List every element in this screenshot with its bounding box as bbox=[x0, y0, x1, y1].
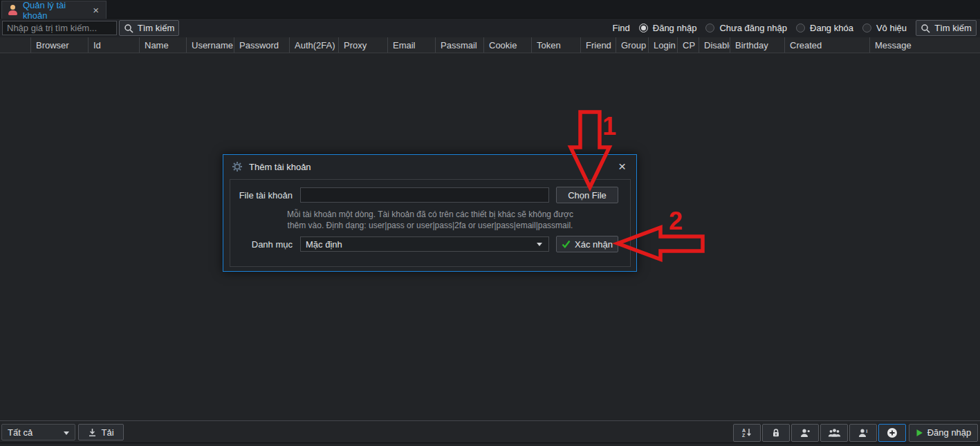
account-filter-value: Tất cả bbox=[8, 427, 33, 438]
find-filter-group: Find Đăng nhập Chưa đăng nhập Đang khóa … bbox=[612, 20, 977, 36]
search-icon bbox=[124, 24, 133, 33]
group-icon bbox=[828, 428, 841, 438]
find-search-button[interactable]: Tìm kiếm bbox=[916, 20, 977, 36]
search-button-label: Tìm kiếm bbox=[138, 23, 174, 33]
add-account-dialog: Thêm tài khoản × File tài khoản Chọn Fil… bbox=[223, 154, 637, 272]
chevron-down-icon bbox=[537, 243, 542, 246]
dialog-close-icon[interactable]: × bbox=[615, 158, 629, 174]
column-header-message[interactable]: Message bbox=[870, 37, 980, 53]
download-button[interactable]: Tải bbox=[78, 424, 124, 440]
tab-strip: Quản lý tài khoản × bbox=[0, 0, 980, 19]
find-option-dang-nhap[interactable]: Đăng nhập bbox=[639, 23, 697, 33]
tab-account-manager[interactable]: Quản lý tài khoản × bbox=[1, 1, 107, 19]
account-file-input[interactable] bbox=[300, 187, 549, 203]
tab-title: Quản lý tài khoản bbox=[23, 0, 86, 21]
category-label: Danh mục bbox=[230, 239, 293, 250]
radio-label: Vô hiệu bbox=[876, 23, 907, 33]
radio-selected-icon bbox=[639, 24, 648, 32]
group-button[interactable] bbox=[820, 424, 848, 442]
search-button[interactable]: Tìm kiếm bbox=[119, 20, 179, 36]
column-header-created[interactable]: Created bbox=[785, 37, 870, 53]
gear-icon bbox=[232, 161, 243, 172]
confirm-label: Xác nhận bbox=[575, 239, 613, 250]
download-icon bbox=[88, 428, 97, 437]
account-filter-select[interactable]: Tất cả bbox=[1, 424, 75, 440]
column-header-password[interactable]: Password bbox=[234, 37, 290, 53]
column-header-proxy[interactable]: Proxy bbox=[339, 37, 388, 53]
sort-az-icon: A Z bbox=[741, 427, 752, 438]
chevron-down-icon bbox=[64, 431, 69, 435]
plus-circle-icon bbox=[887, 427, 898, 438]
column-header-username[interactable]: Username bbox=[187, 37, 234, 53]
login-button-label: Đăng nhập bbox=[927, 427, 972, 438]
column-header-name[interactable]: Name bbox=[140, 37, 187, 53]
column-header-id[interactable]: Id bbox=[89, 37, 140, 53]
find-search-button-label: Tìm kiếm bbox=[934, 23, 971, 33]
column-header-browser[interactable]: Browser bbox=[31, 37, 89, 53]
svg-text:Z: Z bbox=[742, 433, 746, 438]
column-header-cookie[interactable]: Cookie bbox=[484, 37, 532, 53]
radio-label: Đăng nhập bbox=[653, 23, 697, 33]
radio-label: Đang khóa bbox=[810, 23, 853, 33]
find-option-dang-khoa[interactable]: Đang khóa bbox=[796, 23, 853, 33]
add-account-button[interactable] bbox=[878, 424, 906, 442]
user-icon bbox=[8, 5, 18, 15]
download-button-label: Tải bbox=[101, 427, 113, 438]
tab-close-icon[interactable]: × bbox=[91, 5, 100, 15]
lock-button[interactable] bbox=[762, 424, 790, 442]
bottom-right-actions: A Z bbox=[733, 423, 978, 442]
bottom-bar: Tất cả Tải A Z bbox=[0, 422, 980, 443]
dialog-body: File tài khoản Chọn File Mỗi tài khoản m… bbox=[230, 179, 631, 267]
column-header-select[interactable] bbox=[0, 37, 31, 53]
radio-icon bbox=[796, 24, 805, 32]
radio-icon bbox=[862, 24, 871, 32]
column-header-email[interactable]: Email bbox=[388, 37, 436, 53]
category-row: Danh mục Mặc định Xác nhận bbox=[230, 236, 630, 252]
radio-label: Chưa đăng nhập bbox=[719, 23, 787, 33]
login-button[interactable]: Đăng nhập bbox=[909, 424, 978, 442]
file-label: File tài khoản bbox=[230, 190, 293, 201]
sort-button[interactable]: A Z bbox=[733, 424, 761, 442]
toolbar: Tìm kiếm Find Đăng nhập Chưa đăng nhập Đ… bbox=[0, 19, 980, 37]
column-header-login[interactable]: Login bbox=[649, 37, 678, 53]
table-header: Browser Id Name Username Password Auth(2… bbox=[0, 37, 980, 53]
column-header-cp[interactable]: CP bbox=[678, 37, 699, 53]
svg-text:i: i bbox=[866, 428, 867, 434]
column-header-token[interactable]: Token bbox=[532, 37, 581, 53]
person-add-icon bbox=[799, 428, 811, 438]
lock-icon bbox=[771, 428, 781, 438]
find-option-chua-dang-nhap[interactable]: Chưa đăng nhập bbox=[705, 23, 787, 33]
person-add-button[interactable] bbox=[791, 424, 819, 442]
choose-file-label: Chọn File bbox=[568, 190, 607, 201]
column-header-passmail[interactable]: Passmail bbox=[436, 37, 484, 53]
column-header-disable[interactable]: Disable bbox=[699, 37, 730, 53]
file-row: File tài khoản Chọn File bbox=[230, 187, 630, 203]
svg-text:A: A bbox=[742, 428, 746, 433]
category-select[interactable]: Mặc định bbox=[300, 236, 549, 252]
column-header-group[interactable]: Group bbox=[616, 37, 649, 53]
find-label: Find bbox=[612, 23, 629, 33]
column-header-auth2fa[interactable]: Auth(2FA) bbox=[290, 37, 339, 53]
person-info-icon: i bbox=[858, 428, 869, 438]
search-input[interactable] bbox=[2, 21, 117, 35]
category-value: Mặc định bbox=[306, 239, 342, 250]
format-help-text: Mỗi tài khoản một dòng. Tài khoản đã có … bbox=[230, 209, 630, 231]
confirm-button[interactable]: Xác nhận bbox=[556, 236, 618, 252]
choose-file-button[interactable]: Chọn File bbox=[556, 187, 618, 203]
dialog-titlebar: Thêm tài khoản × bbox=[223, 155, 636, 178]
app-window: Quản lý tài khoản × Tìm kiếm Find Đăng n… bbox=[0, 0, 980, 446]
find-option-vo-hieu[interactable]: Vô hiệu bbox=[862, 23, 907, 33]
check-icon bbox=[562, 240, 571, 248]
search-icon bbox=[921, 24, 930, 33]
dialog-title: Thêm tài khoản bbox=[249, 162, 311, 172]
radio-icon bbox=[705, 24, 714, 32]
person-info-button[interactable]: i bbox=[849, 424, 877, 442]
column-header-friend[interactable]: Friend bbox=[581, 37, 616, 53]
play-icon bbox=[916, 429, 923, 437]
column-header-birthday[interactable]: Birthday bbox=[730, 37, 785, 53]
